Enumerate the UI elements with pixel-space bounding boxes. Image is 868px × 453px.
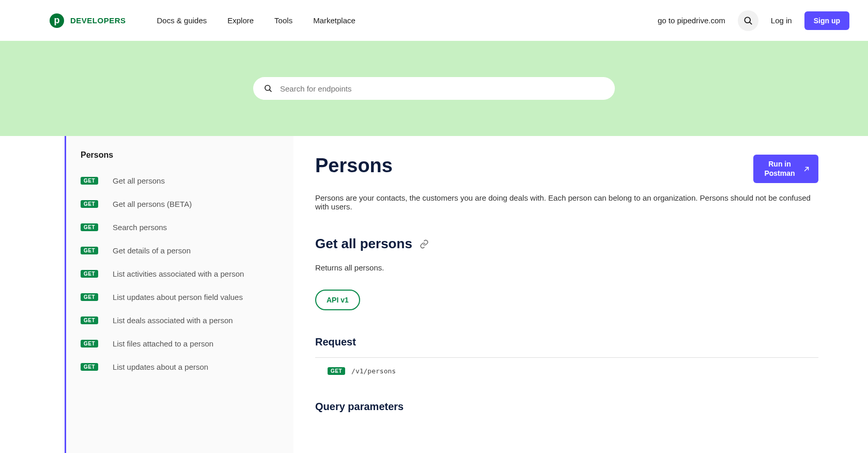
sidebar-item[interactable]: GETList activities associated with a per… bbox=[81, 262, 279, 285]
primary-nav: Docs & guides Explore Tools Marketplace bbox=[157, 16, 355, 25]
method-badge: GET bbox=[81, 200, 98, 208]
login-link[interactable]: Log in bbox=[771, 16, 792, 25]
request-path: /v1/persons bbox=[351, 367, 396, 375]
sidebar-item-label: List updates about a person bbox=[113, 361, 208, 372]
method-badge: GET bbox=[81, 223, 98, 231]
search-icon bbox=[743, 16, 753, 26]
sidebar-group-title: Persons bbox=[81, 150, 279, 160]
sidebar-item-label: List activities associated with a person bbox=[113, 268, 244, 279]
sidebar-item[interactable]: GETList deals associated with a person bbox=[81, 309, 279, 332]
method-badge: GET bbox=[81, 177, 98, 185]
endpoint-search[interactable] bbox=[253, 77, 615, 100]
nav-marketplace[interactable]: Marketplace bbox=[313, 16, 355, 25]
brand-logo-icon: p bbox=[50, 13, 64, 28]
endpoint-search-input[interactable] bbox=[280, 84, 605, 93]
method-badge: GET bbox=[81, 247, 98, 254]
method-badge: GET bbox=[81, 270, 98, 278]
sidebar-item[interactable]: GETList updates about a person bbox=[81, 355, 279, 379]
svg-line-3 bbox=[270, 90, 271, 92]
sidebar-item-label: Get all persons (BETA) bbox=[113, 199, 192, 209]
brand[interactable]: p DEVELOPERS bbox=[50, 13, 126, 28]
sidebar: Persons GETGet all persons GETGet all pe… bbox=[65, 136, 293, 453]
sidebar-item[interactable]: GETList files attached to a person bbox=[81, 332, 279, 355]
sidebar-item-label: List updates about person field values bbox=[113, 292, 243, 303]
search-button[interactable] bbox=[738, 10, 758, 31]
nav-tools[interactable]: Tools bbox=[274, 16, 292, 25]
query-params-heading: Query parameters bbox=[315, 401, 818, 413]
svg-line-4 bbox=[805, 167, 809, 171]
section-description: Returns all persons. bbox=[315, 263, 818, 272]
sidebar-item[interactable]: GETGet details of a person bbox=[81, 239, 279, 262]
page-title: Persons bbox=[315, 155, 393, 177]
section-title-text: Get all persons bbox=[315, 236, 412, 252]
sidebar-item-label: List deals associated with a person bbox=[113, 315, 233, 326]
signup-button[interactable]: Sign up bbox=[804, 11, 849, 30]
method-badge: GET bbox=[328, 367, 345, 375]
postman-label: Run in Postman bbox=[762, 160, 798, 178]
sidebar-item[interactable]: GETGet all persons (BETA) bbox=[81, 192, 279, 216]
page-description: Persons are your contacts, the customers… bbox=[315, 193, 818, 211]
search-icon bbox=[264, 84, 273, 93]
sidebar-item-label: Get details of a person bbox=[113, 245, 191, 256]
brand-text: DEVELOPERS bbox=[70, 16, 126, 25]
link-goto-main-site[interactable]: go to pipedrive.com bbox=[658, 16, 725, 25]
sidebar-item-label: List files attached to a person bbox=[113, 338, 213, 349]
request-heading: Request bbox=[315, 336, 818, 348]
nav-right: go to pipedrive.com Log in Sign up bbox=[658, 10, 849, 31]
sidebar-item-label: Search persons bbox=[113, 222, 167, 233]
method-badge: GET bbox=[81, 293, 98, 301]
method-badge: GET bbox=[81, 363, 98, 371]
sidebar-item[interactable]: GETList updates about person field value… bbox=[81, 285, 279, 309]
hero bbox=[0, 41, 868, 136]
main-content: Persons Run in Postman Persons are your … bbox=[293, 136, 868, 453]
method-badge: GET bbox=[81, 316, 98, 324]
sidebar-item[interactable]: GETSearch persons bbox=[81, 216, 279, 239]
divider bbox=[315, 357, 818, 358]
api-version-pill[interactable]: API v1 bbox=[315, 290, 360, 310]
section-title: Get all persons bbox=[315, 236, 818, 252]
run-in-postman-button[interactable]: Run in Postman bbox=[753, 155, 818, 183]
external-link-icon bbox=[803, 165, 810, 173]
nav-explore[interactable]: Explore bbox=[227, 16, 254, 25]
anchor-link-icon[interactable] bbox=[420, 239, 429, 249]
sidebar-item[interactable]: GETGet all persons bbox=[81, 169, 279, 192]
method-badge: GET bbox=[81, 340, 98, 348]
sidebar-item-label: Get all persons bbox=[113, 175, 165, 186]
sidebar-list: GETGet all persons GETGet all persons (B… bbox=[81, 169, 279, 379]
svg-line-1 bbox=[750, 22, 752, 24]
nav-docs-guides[interactable]: Docs & guides bbox=[157, 16, 207, 25]
request-line: GET /v1/persons bbox=[328, 367, 818, 375]
top-nav: p DEVELOPERS Docs & guides Explore Tools… bbox=[0, 0, 868, 41]
